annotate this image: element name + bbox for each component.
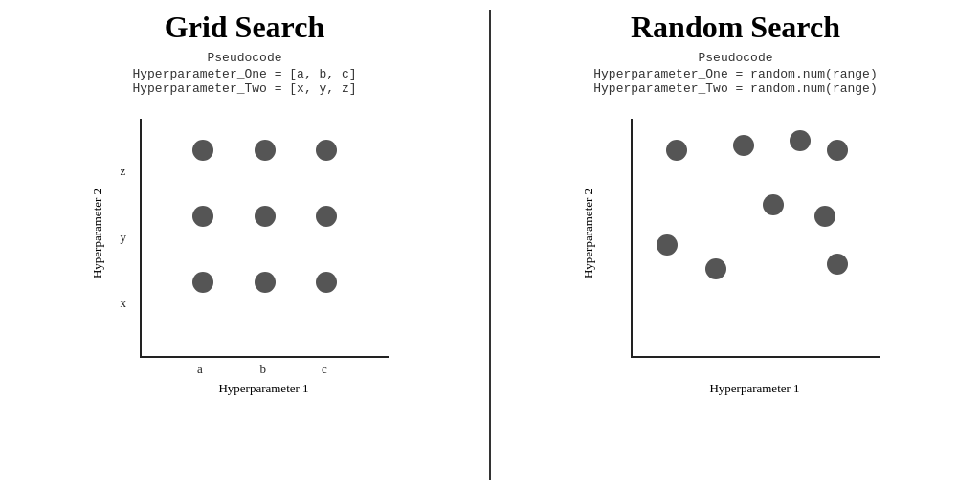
dot	[733, 135, 754, 156]
grid-tick-y-y: y	[121, 230, 127, 245]
random-y-axis-label: Hyperparameter 2	[582, 189, 597, 278]
random-search-panel: Random Search Pseudocode Hyperparameter_…	[491, 0, 980, 490]
dot	[763, 194, 784, 215]
dot	[657, 234, 678, 256]
grid-search-panel: Grid Search Pseudocode Hyperparameter_On…	[0, 0, 489, 490]
dot	[790, 130, 811, 151]
dot	[192, 206, 213, 227]
grid-y-axis-label: Hyperparameter 2	[91, 189, 106, 278]
grid-plot: z y x a b c	[140, 119, 389, 358]
dot	[827, 254, 848, 275]
grid-chart-area: Hyperparameter 2 z y x a b c Hyperparame…	[92, 109, 398, 396]
random-pseudocode-label: Pseudocode	[698, 51, 772, 65]
dot	[705, 258, 726, 279]
dot	[814, 206, 835, 227]
grid-tick-x-a: a	[197, 362, 203, 377]
dot	[255, 140, 276, 161]
grid-tick-x-b: b	[260, 362, 267, 377]
random-plot	[631, 119, 880, 358]
random-x-axis-label: Hyperparameter 1	[709, 381, 799, 395]
grid-tick-x-c: c	[322, 362, 327, 377]
grid-search-title: Grid Search	[165, 10, 324, 45]
grid-tick-y-z: z	[121, 164, 126, 179]
grid-tick-y-x: x	[121, 296, 127, 311]
grid-x-axis-label: Hyperparameter 1	[218, 381, 308, 395]
dot	[666, 140, 687, 161]
random-pseudocode-block: Hyperparameter_One = random.num(range) H…	[593, 67, 877, 96]
dot	[192, 272, 213, 293]
random-chart-area: Hyperparameter 2 Hyperparameter 1	[583, 109, 889, 396]
dot	[316, 140, 337, 161]
dot	[192, 140, 213, 161]
dot	[255, 272, 276, 293]
grid-pseudocode-label: Pseudocode	[207, 51, 281, 65]
dot	[316, 206, 337, 227]
dot	[827, 140, 848, 161]
dot	[255, 206, 276, 227]
grid-pseudocode-block: Hyperparameter_One = [a, b, c] Hyperpara…	[132, 67, 356, 96]
dot	[316, 272, 337, 293]
random-search-title: Random Search	[631, 10, 840, 45]
